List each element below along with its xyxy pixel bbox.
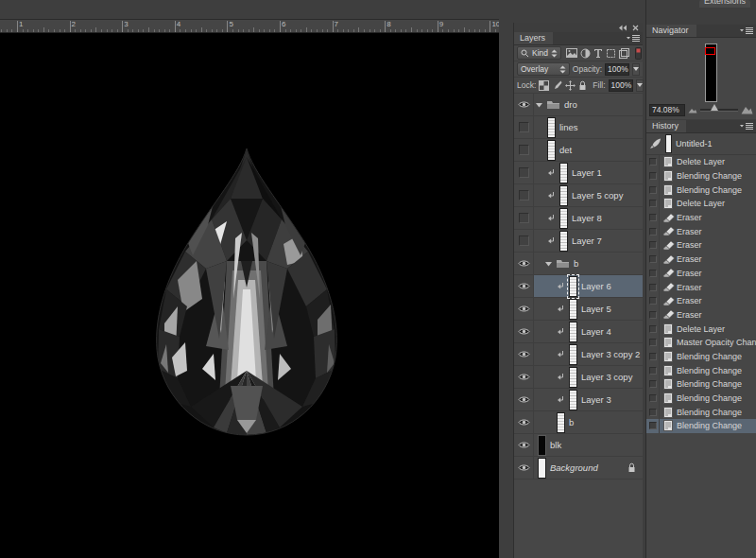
history-brush-well[interactable]	[646, 363, 660, 377]
eye-icon[interactable]	[514, 94, 534, 115]
layer-name[interactable]: det	[559, 145, 572, 155]
layer-group-row[interactable]: b	[514, 253, 643, 275]
layer-name[interactable]: Layer 5	[581, 304, 611, 314]
layer-name[interactable]: lines	[559, 122, 578, 132]
layer-name[interactable]: Layer 3 copy	[581, 372, 632, 382]
eye-icon[interactable]	[514, 321, 534, 342]
history-brush-well[interactable]	[646, 155, 660, 169]
navigator-view-box[interactable]	[705, 47, 715, 55]
layer-row[interactable]: Layer 1	[514, 162, 643, 184]
history-row[interactable]: Blending Change	[646, 363, 756, 377]
history-brush-well[interactable]	[646, 294, 660, 308]
eye-icon[interactable]	[514, 343, 534, 365]
history-brush-well[interactable]	[646, 308, 660, 323]
panel-menu-icon[interactable]	[627, 34, 640, 43]
layer-thumbnail[interactable]	[569, 276, 577, 297]
eye-icon[interactable]	[514, 411, 534, 433]
zoom-in-mountain-icon[interactable]	[741, 105, 753, 114]
history-brush-well[interactable]	[646, 253, 660, 267]
history-brush-well[interactable]	[646, 183, 660, 197]
eye-icon[interactable]	[514, 253, 534, 274]
history-row[interactable]: Eraser	[646, 280, 756, 294]
visibility-toggle-well[interactable]	[514, 207, 534, 229]
layer-row[interactable]: b	[514, 411, 643, 434]
layer-thumbnail[interactable]	[559, 231, 568, 252]
history-brush-well[interactable]	[646, 169, 660, 183]
layer-row[interactable]: Layer 7	[514, 230, 643, 253]
history-row[interactable]: Blending Change	[646, 183, 756, 197]
history-brush-well[interactable]	[646, 419, 660, 433]
lock-pixels-icon[interactable]	[552, 80, 562, 91]
layer-name[interactable]: dro	[564, 99, 577, 110]
layer-name[interactable]: b	[574, 258, 578, 269]
layer-name[interactable]: Layer 4	[581, 326, 611, 337]
history-row[interactable]: Delete Layer	[646, 155, 756, 169]
layer-row[interactable]: Layer 3 copy	[514, 366, 643, 389]
filter-switch-icon[interactable]	[635, 47, 642, 60]
layer-name[interactable]: Layer 6	[581, 281, 611, 291]
visibility-toggle-well[interactable]	[514, 184, 534, 206]
visibility-toggle-well[interactable]	[514, 139, 534, 161]
filter-adjustment-layers-icon[interactable]	[580, 48, 591, 59]
history-brush-well[interactable]	[646, 267, 660, 281]
expand-triangle-icon[interactable]	[536, 102, 542, 108]
eye-icon[interactable]	[514, 389, 534, 410]
layer-thumbnail[interactable]	[569, 390, 577, 410]
history-row[interactable]: Eraser	[646, 308, 756, 323]
layer-row[interactable]: Layer 6	[514, 275, 643, 298]
history-row[interactable]: Eraser	[646, 238, 756, 253]
history-row[interactable]: Eraser	[646, 224, 756, 238]
fill-value[interactable]: 100%	[609, 79, 633, 92]
filter-smart-objects-icon[interactable]	[619, 48, 629, 59]
layer-name[interactable]: Layer 1	[572, 167, 602, 178]
eye-icon[interactable]	[514, 434, 534, 456]
layer-row[interactable]: lines	[514, 116, 643, 139]
layer-thumbnail[interactable]	[557, 412, 565, 433]
layer-row[interactable]: Background	[514, 457, 643, 480]
history-brush-well[interactable]	[646, 280, 660, 294]
document-canvas[interactable]	[0, 33, 499, 558]
lock-all-icon[interactable]	[578, 80, 587, 91]
history-brush-well[interactable]	[646, 377, 660, 392]
history-brush-well[interactable]	[646, 392, 660, 406]
filter-pixel-layers-icon[interactable]	[566, 48, 577, 58]
history-brush-well[interactable]	[646, 211, 660, 225]
navigator-zoom-slider[interactable]	[700, 109, 738, 112]
layer-row[interactable]: Layer 8	[514, 207, 643, 230]
tab-layers[interactable]: Layers	[514, 32, 553, 44]
history-brush-well[interactable]	[646, 224, 660, 238]
layer-row[interactable]: det	[514, 139, 643, 162]
close-panel-icon[interactable]	[632, 25, 639, 31]
history-brush-well[interactable]	[646, 322, 660, 336]
layer-name[interactable]: Layer 5 copy	[572, 190, 623, 201]
layer-row[interactable]: Layer 3	[514, 389, 643, 411]
eye-icon[interactable]	[514, 298, 534, 320]
layer-thumbnail[interactable]	[559, 185, 568, 206]
opacity-value[interactable]: 100%	[605, 63, 629, 76]
history-row[interactable]: Blending Change	[646, 350, 756, 364]
layer-name[interactable]: Layer 7	[572, 235, 602, 246]
tab-history[interactable]: History	[646, 120, 686, 132]
eye-icon[interactable]	[514, 275, 534, 297]
layer-name[interactable]: Background	[550, 462, 598, 473]
eye-icon[interactable]	[514, 457, 534, 479]
layer-group-row[interactable]: dro	[514, 94, 643, 116]
history-brush-source-icon[interactable]	[649, 138, 662, 149]
panel-menu-icon[interactable]	[740, 26, 753, 35]
layer-thumbnail[interactable]	[569, 367, 577, 388]
expand-triangle-icon[interactable]	[545, 261, 552, 267]
visibility-toggle-well[interactable]	[514, 162, 534, 183]
navigator-thumbnail[interactable]	[705, 44, 717, 102]
history-brush-well[interactable]	[646, 197, 660, 211]
layer-name[interactable]: Layer 3	[581, 394, 611, 405]
history-row[interactable]: Blending Change	[646, 377, 756, 392]
history-row[interactable]: Eraser	[646, 267, 756, 281]
history-row[interactable]: Eraser	[646, 253, 756, 267]
tab-extensions[interactable]: Extensions	[699, 0, 750, 8]
history-snapshot-row[interactable]: Untitled-1	[646, 133, 756, 155]
history-row[interactable]: Delete Layer	[646, 322, 756, 336]
layer-thumbnail[interactable]	[538, 458, 546, 479]
history-row[interactable]: Blending Change	[646, 392, 756, 406]
lock-position-icon[interactable]	[565, 80, 576, 91]
eye-icon[interactable]	[514, 366, 534, 388]
